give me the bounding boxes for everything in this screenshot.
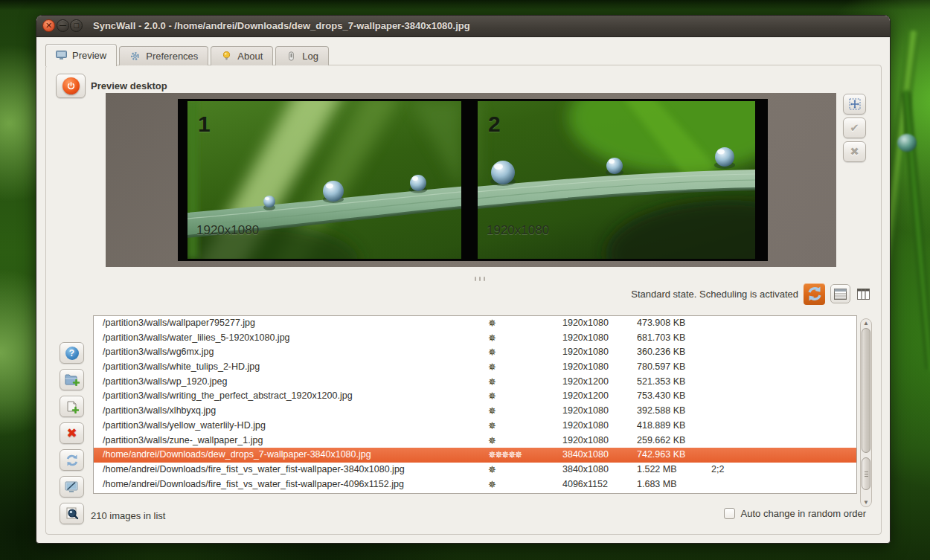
rating-stars: ✵ [488, 332, 495, 344]
list-item[interactable]: /partition3/walls/yellow_waterlily-HD.jp… [94, 419, 856, 434]
list-item[interactable]: /partition3/walls/white_tulips_2-HD.jpg … [94, 360, 856, 375]
scrollbar-track-segment[interactable] [862, 328, 870, 453]
desktop-preview-area: 1 1920x1080 2 1920x1080 [106, 93, 836, 267]
file-size: 360.236 KB [637, 347, 685, 357]
status-text: Standard state. Scheduling is activated [631, 289, 798, 300]
cancel-button[interactable]: ✖ [843, 141, 866, 162]
list-item[interactable]: /partition3/walls/zune-_wallpaper_1.jpg … [94, 434, 856, 448]
rating-stars: ✵ [488, 376, 495, 387]
image-resolution: 3840x1080 [562, 449, 609, 460]
scroll-up-arrow[interactable]: ▲ [861, 320, 871, 326]
tab-preferences[interactable]: Preferences [119, 46, 208, 65]
columns-view-button[interactable] [856, 287, 870, 300]
table-view-button[interactable] [830, 284, 850, 303]
extra-info: 2;2 [711, 464, 724, 474]
image-resolution: 1920x1200 [562, 390, 609, 401]
file-path: /partition3/walls/wp_1920.jpeg [103, 376, 227, 387]
refresh-list-button[interactable] [60, 449, 84, 471]
rating-stars: ✵ [488, 347, 495, 358]
list-item[interactable]: /partition3/walls/wg6mx.jpg ✵ 1920x1080 … [94, 345, 856, 360]
file-size: 392.588 KB [637, 405, 685, 416]
scheduler-state-icon[interactable] [804, 283, 825, 305]
image-count-label: 210 images in list [91, 510, 165, 521]
random-order-option[interactable]: Auto change in random order [724, 508, 866, 519]
preview-desktop-button[interactable] [56, 74, 86, 98]
list-item[interactable]: /home/andrei/Downloads/fire_fist_vs_wate… [94, 463, 856, 477]
file-size: 418.889 KB [637, 420, 685, 431]
preview-image-button[interactable] [60, 503, 84, 524]
file-path: /partition3/walls/yellow_waterlily-HD.jp… [103, 420, 266, 431]
file-size: 473.908 KB [637, 318, 685, 328]
add-file-icon [65, 400, 79, 413]
magnifier-icon [65, 507, 79, 521]
image-resolution: 1920x1080 [562, 435, 609, 445]
table-icon [834, 289, 847, 300]
desktop-dew-drop [897, 134, 917, 152]
tab-about[interactable]: About [211, 46, 273, 65]
window-title: SyncWall - 2.0.0 - /home/andrei/Download… [93, 20, 470, 31]
tab-preview[interactable]: Preview [45, 44, 117, 66]
lightbulb-icon [221, 51, 232, 61]
desktop-grass-blade [901, 89, 930, 372]
file-path: /partition3/walls/xlhbyxq.jpg [103, 405, 216, 416]
splitter-handle[interactable] [475, 277, 485, 281]
columns-icon [857, 289, 870, 300]
file-size: 1.683 MB [637, 479, 677, 489]
check-icon: ✔ [850, 121, 859, 135]
titlebar[interactable]: ✕ — ▢ SyncWall - 2.0.0 - /home/andrei/Do… [36, 16, 890, 37]
file-size: 780.597 KB [637, 361, 685, 372]
monitor-number: 1 [198, 112, 211, 137]
scrollbar-thumb[interactable] [862, 457, 870, 490]
list-scrollbar[interactable]: ▲ ▼ [860, 318, 872, 507]
file-size: 1.522 MB [637, 464, 677, 474]
maximize-button[interactable]: ▢ [70, 19, 83, 32]
image-resolution: 4096x1152 [562, 479, 608, 489]
image-resolution: 1920x1080 [562, 361, 609, 372]
image-list[interactable]: /partition3/walls/wallpaper795277.jpg ✵ … [93, 315, 857, 494]
list-item-selected[interactable]: /home/andrei/Downloads/dew_drops_7-wallp… [94, 448, 856, 463]
list-item[interactable]: /home/andrei/Downloads/fire_fist_vs_wate… [94, 477, 856, 492]
image-resolution: 1920x1200 [562, 376, 609, 387]
file-size: 742.963 KB [637, 449, 685, 460]
edit-wallpaper-button[interactable] [60, 476, 84, 498]
refresh-icon [65, 454, 79, 466]
help-icon: ? [65, 347, 79, 360]
monitor-resolution: 1920x1080 [196, 223, 259, 238]
syncwall-window: ✕ — ▢ SyncWall - 2.0.0 - /home/andrei/Do… [36, 15, 891, 544]
file-size: 753.430 KB [637, 390, 685, 401]
move-icon [849, 98, 861, 110]
file-path: /partition3/walls/writing_the_perfect_ab… [103, 390, 353, 401]
help-button[interactable]: ? [60, 342, 84, 364]
tab-log[interactable]: Log [275, 46, 329, 65]
minimize-button[interactable]: — [57, 19, 69, 32]
list-item[interactable]: /partition3/walls/water_lilies_5-1920x10… [94, 331, 856, 346]
scroll-down-arrow[interactable]: ▼ [861, 499, 871, 506]
apply-button[interactable]: ✔ [843, 118, 866, 138]
list-item[interactable]: /partition3/walls/writing_the_perfect_ab… [94, 389, 856, 404]
preview-desktop-label: Preview desktop [91, 80, 167, 91]
file-path: /home/andrei/Downloads/dew_drops_7-wallp… [103, 449, 371, 460]
remove-icon: ✖ [66, 425, 77, 441]
random-order-checkbox[interactable] [724, 508, 735, 519]
random-order-label: Auto change in random order [741, 508, 866, 519]
list-item[interactable]: /partition3/walls/xlhbyxq.jpg ✵ 1920x108… [94, 404, 856, 419]
monitor-bezel: 1 1920x1080 2 1920x1080 [178, 99, 768, 261]
close-button[interactable]: ✕ [42, 19, 55, 32]
list-item[interactable]: /partition3/walls/wp_1920.jpeg ✵ 1920x12… [94, 375, 856, 390]
image-resolution: 1920x1080 [562, 318, 609, 328]
monitor-icon [56, 51, 67, 60]
image-resolution: 3840x1080 [562, 464, 609, 474]
power-icon [62, 77, 80, 94]
tab-label: Log [302, 51, 318, 62]
rating-stars: ✵ [488, 420, 495, 431]
tab-bar: Preview Preferences About [45, 44, 331, 65]
move-selection-button[interactable] [843, 94, 866, 115]
list-item[interactable]: /partition3/walls/wallpaper795277.jpg ✵ … [94, 316, 856, 331]
file-path: /partition3/walls/white_tulips_2-HD.jpg [103, 361, 260, 372]
image-resolution: 1920x1080 [562, 332, 609, 343]
monitor-2-screen: 2 1920x1080 [478, 101, 755, 259]
add-folder-button[interactable] [60, 369, 84, 390]
sync-arrows-icon [806, 286, 823, 302]
add-file-button[interactable] [60, 396, 84, 417]
remove-image-button[interactable]: ✖ [60, 422, 84, 444]
